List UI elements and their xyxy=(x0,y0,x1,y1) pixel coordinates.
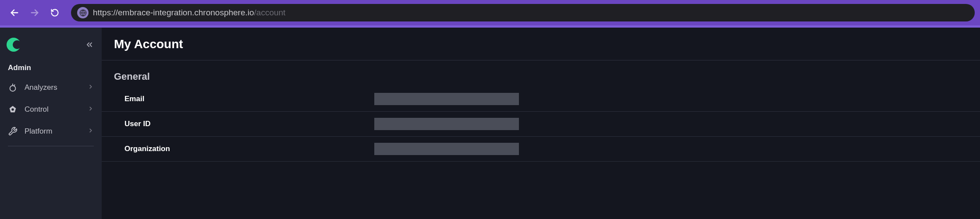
chevron-right-icon xyxy=(88,127,94,136)
svg-point-6 xyxy=(10,85,16,91)
main-content: My Account General Email User ID Organiz… xyxy=(102,28,980,219)
forward-button[interactable] xyxy=(25,4,44,22)
field-label: Organization xyxy=(124,145,374,153)
field-row-email: Email xyxy=(102,87,980,112)
field-row-user-id: User ID xyxy=(102,112,980,137)
field-value-redacted xyxy=(374,118,519,130)
chevron-double-left-icon xyxy=(85,40,94,49)
globe-icon xyxy=(79,9,87,17)
page-title: My Account xyxy=(102,28,980,60)
sidebar-item-label: Control xyxy=(25,105,81,114)
sidebar-section-label: Admin xyxy=(0,60,102,77)
platform-icon xyxy=(8,127,18,136)
arrow-left-icon xyxy=(10,8,19,18)
sidebar: Admin Analyzers Control Platform xyxy=(0,28,102,219)
collapse-sidebar-button[interactable] xyxy=(85,40,94,49)
url-text: https://embrace-integration.chronosphere… xyxy=(93,8,285,18)
sidebar-item-platform[interactable]: Platform xyxy=(0,120,102,142)
logo-icon xyxy=(6,37,21,52)
field-value-redacted xyxy=(374,93,519,105)
field-value-redacted xyxy=(374,143,519,155)
sidebar-item-control[interactable]: Control xyxy=(0,99,102,120)
reload-button[interactable] xyxy=(46,4,64,22)
url-bar[interactable]: https://embrace-integration.chronosphere… xyxy=(71,4,975,21)
browser-toolbar: https://embrace-integration.chronosphere… xyxy=(0,0,980,25)
field-label: Email xyxy=(124,95,374,103)
arrow-right-icon xyxy=(30,8,39,18)
site-identity-button[interactable] xyxy=(77,7,89,18)
chevron-right-icon xyxy=(88,105,94,114)
reload-icon xyxy=(50,8,59,17)
back-button[interactable] xyxy=(5,4,24,22)
sidebar-item-analyzers[interactable]: Analyzers xyxy=(0,77,102,99)
svg-point-10 xyxy=(11,108,14,111)
control-icon xyxy=(8,105,18,114)
field-label: User ID xyxy=(124,120,374,128)
chevron-right-icon xyxy=(88,83,94,92)
sidebar-item-label: Platform xyxy=(25,127,81,136)
field-row-organization: Organization xyxy=(102,137,980,162)
sidebar-separator xyxy=(8,146,94,146)
analyzers-icon xyxy=(8,83,18,92)
app-logo[interactable] xyxy=(6,37,21,52)
sidebar-item-label: Analyzers xyxy=(25,83,81,92)
section-title: General xyxy=(102,60,980,87)
